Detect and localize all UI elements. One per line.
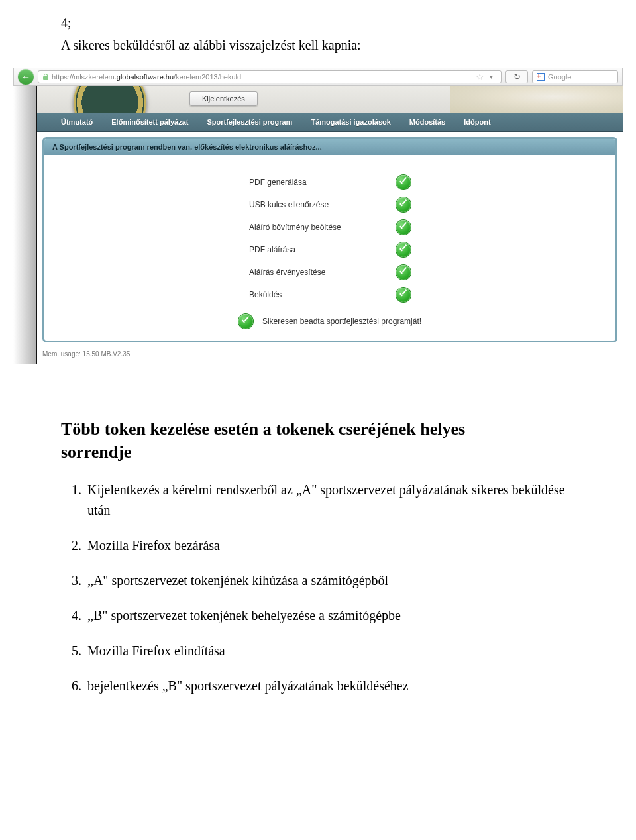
checklist-label: Aláíró bővítmény beöltése [249, 223, 388, 232]
item-number: 4; [61, 13, 575, 32]
success-message: Sikeresen beadta sportfejlesztési progra… [262, 317, 421, 326]
checklist-row: USB kulcs ellenőrzése [44, 193, 615, 216]
bookmark-star-icon[interactable]: ☆ [476, 72, 484, 82]
checklist-label: PDF aláírása [249, 245, 388, 254]
checklist-row: Beküldés [44, 284, 615, 306]
checklist-row: PDF generálása [44, 171, 615, 193]
club-logo [74, 86, 146, 113]
check-icon [396, 242, 411, 257]
url-text: https://mlszkerelem.globalsoftware.hu/ke… [52, 73, 241, 81]
lock-icon [42, 74, 49, 80]
checklist-label: PDF generálása [249, 178, 388, 187]
nav-item[interactable]: Sportfejlesztési program [197, 113, 301, 131]
check-icon [396, 288, 411, 302]
web-app: 1901 Kijelentkezés Útmutató Előminősítet… [37, 86, 623, 364]
checklist-row: Aláíró bővítmény beöltése [44, 216, 615, 238]
checklist-row: Aláírás érvényesítése [44, 261, 615, 284]
checklist-label: Beküldés [249, 290, 388, 299]
panel-title: A Sportfejlesztési program rendben van, … [44, 139, 615, 155]
nav-item[interactable]: Útmutató [52, 113, 102, 131]
doc-prologue: 4; A sikeres beküldésről az alábbi vissz… [0, 0, 636, 61]
check-icon [396, 265, 411, 280]
url-dropdown-icon[interactable]: ▾ [490, 73, 493, 80]
intro-line: A sikeres beküldésről az alábbi visszaje… [61, 36, 575, 54]
reload-button[interactable]: ↻ [505, 70, 528, 83]
check-icon [238, 314, 253, 329]
memory-footer: Mem. usage: 15.50 MB.V2.35 [37, 348, 623, 364]
list-item: Mozilla Firefox bezárása [85, 535, 575, 556]
checklist: PDF generálása USB kulcs ellenőrzése Alá… [44, 155, 615, 341]
nav-item[interactable]: Időpont [454, 113, 500, 131]
search-placeholder: Google [548, 73, 571, 81]
url-bar[interactable]: https://mlszkerelem.globalsoftware.hu/ke… [38, 70, 502, 83]
reload-icon: ↻ [513, 72, 521, 81]
browser-search[interactable]: Google [532, 70, 618, 83]
main-nav: Útmutató Előminősített pályázat Sportfej… [37, 113, 623, 132]
check-icon [396, 197, 411, 212]
checklist-row: PDF aláírása [44, 238, 615, 261]
section-heading: Több token kezelése esetén a tokenek cse… [0, 378, 636, 464]
check-icon [396, 175, 411, 189]
back-button[interactable]: ← [18, 69, 34, 85]
decorative-left-strip [13, 86, 37, 364]
list-item: Kijelentkezés a kérelmi rendszerből az „… [85, 480, 575, 521]
google-plus-icon [537, 73, 545, 81]
checklist-label: USB kulcs ellenőrzése [249, 200, 388, 209]
checklist-label: Aláírás érvényesítése [249, 268, 388, 277]
list-item: bejelentkezés „B" sportszervezet pályáza… [85, 676, 575, 696]
nav-item[interactable]: Módosítás [400, 113, 454, 131]
nav-item[interactable]: Előminősített pályázat [102, 113, 197, 131]
check-icon [396, 220, 411, 235]
steps-list: Kijelentkezés a kérelmi rendszerből az „… [0, 464, 636, 737]
nav-item[interactable]: Támogatási igazolások [301, 113, 399, 131]
list-item: „A" sportszervezet tokenjének kihúzása a… [85, 570, 575, 591]
arrow-left-icon: ← [21, 72, 30, 82]
logout-button[interactable]: Kijelentkezés [189, 91, 258, 106]
app-header: 1901 Kijelentkezés [37, 86, 623, 113]
list-item: Mozilla Firefox elindítása [85, 641, 575, 661]
status-panel: A Sportfejlesztési program rendben van, … [42, 137, 617, 342]
success-row: Sikeresen beadta sportfejlesztési progra… [44, 314, 615, 329]
list-item: „B" sportszervezet tokenjének behelyezés… [85, 605, 575, 626]
browser-toolbar: ← https://mlszkerelem.globalsoftware.hu/… [13, 68, 623, 86]
embedded-screenshot: ← https://mlszkerelem.globalsoftware.hu/… [13, 68, 623, 364]
